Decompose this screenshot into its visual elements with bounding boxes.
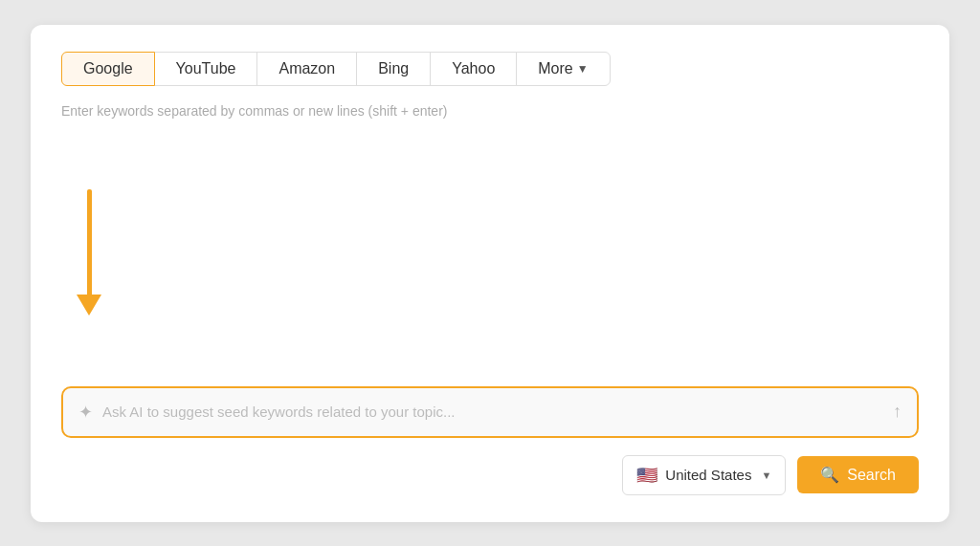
search-engine-tabs: Google YouTube Amazon Bing Yahoo More ▼ [61, 52, 919, 86]
tab-bing[interactable]: Bing [356, 52, 431, 86]
search-button[interactable]: 🔍 Search [797, 456, 919, 493]
country-selector[interactable]: 🇺🇸 United States ▼ [622, 455, 786, 495]
country-chevron-icon: ▼ [761, 470, 771, 481]
country-label: United States [665, 467, 751, 483]
search-button-label: Search [847, 467, 896, 484]
tab-amazon[interactable]: Amazon [256, 52, 357, 86]
down-arrow-icon [77, 189, 101, 316]
search-magnifier-icon: 🔍 [820, 466, 839, 484]
chevron-down-icon: ▼ [577, 62, 589, 76]
ai-input-wrapper: ✦ ↑ [61, 386, 919, 438]
bottom-bar: 🇺🇸 United States ▼ 🔍 Search [61, 455, 919, 495]
main-card: Google YouTube Amazon Bing Yahoo More ▼ … [31, 25, 949, 522]
tab-more[interactable]: More ▼ [516, 52, 610, 86]
ai-sparkle-icon: ✦ [78, 402, 93, 423]
hint-text: Enter keywords separated by commas or ne… [61, 103, 919, 119]
ai-keyword-input[interactable] [102, 404, 883, 420]
tab-yahoo[interactable]: Yahoo [430, 52, 517, 86]
tab-more-label: More [538, 60, 572, 77]
tab-google[interactable]: Google [61, 52, 155, 86]
arrow-area [61, 142, 919, 363]
submit-arrow-icon[interactable]: ↑ [893, 402, 902, 422]
us-flag-icon: 🇺🇸 [636, 465, 657, 486]
tab-youtube[interactable]: YouTube [154, 52, 258, 86]
